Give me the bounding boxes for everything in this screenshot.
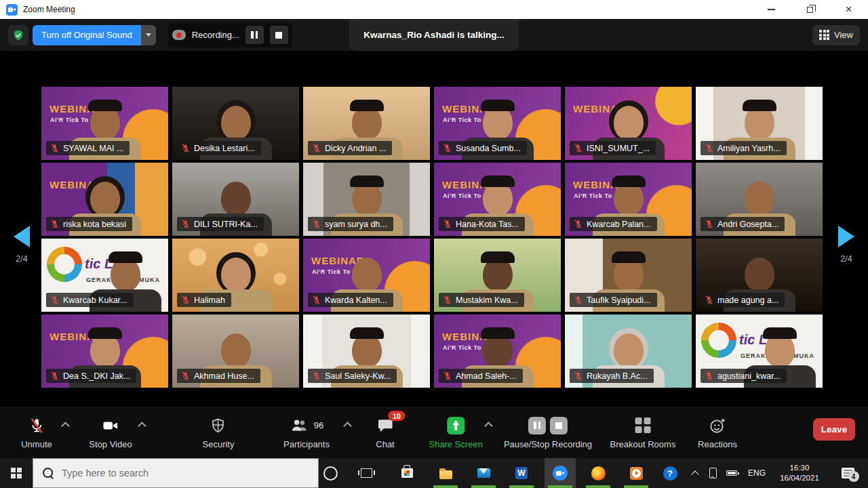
participant-name: Dicky Andrian ...	[325, 144, 386, 153]
tray-expand-button[interactable]	[686, 458, 704, 488]
participant-name: SYAWAL MAI ...	[63, 144, 123, 153]
file-explorer-button[interactable]	[430, 458, 461, 488]
participant-tile[interactable]: Dicky Andrian ...	[303, 87, 430, 160]
participant-nameplate: Hana-Kota Tas...	[439, 217, 525, 231]
pause-recording-icon[interactable]	[528, 417, 546, 434]
device-tray-button[interactable]	[704, 458, 722, 488]
original-sound-button[interactable]: Turn off Original Sound	[33, 25, 141, 45]
participant-tile[interactable]: syam surya dh...	[303, 163, 430, 236]
participant-nameplate: Kwarda Kalten...	[308, 293, 393, 307]
clock[interactable]: 16:30 16/04/2021	[772, 458, 827, 488]
participant-tile[interactable]: WEBINAR Ai'R Tick To Life Kwarda Kalten.…	[303, 239, 430, 312]
running-indicator	[433, 485, 458, 488]
next-page-control[interactable]: 2/4	[838, 226, 854, 264]
close-button[interactable]: ×	[829, 0, 868, 19]
pause-recording-button[interactable]	[245, 26, 264, 44]
unmute-options-chevron[interactable]	[61, 422, 70, 430]
participant-tile[interactable]: WEBINAR Dea S._DKI Jak...	[41, 314, 168, 388]
stop-icon	[275, 32, 282, 39]
participant-tile[interactable]: DILI SUTRI-Ka...	[172, 163, 299, 236]
participant-tile[interactable]: WEBINAR Ai'R Tick To Life Susanda Sumb..…	[434, 87, 561, 160]
battery-tray-button[interactable]	[722, 458, 742, 488]
media-player-button[interactable]	[620, 458, 652, 488]
participant-name: Halimah	[194, 296, 225, 305]
microsoft-store-button[interactable]	[391, 458, 422, 488]
taskbar-search[interactable]	[33, 458, 319, 488]
participant-tile[interactable]: Amiliyan Yasrh...	[696, 87, 823, 160]
participant-name: Saul Saleky-Kw...	[325, 371, 391, 381]
participant-tile[interactable]: made agung a...	[696, 239, 823, 312]
chat-button[interactable]: 10 Chat	[376, 416, 394, 449]
participant-tile[interactable]: Akhmad Huse...	[172, 314, 299, 388]
breakout-rooms-button[interactable]: Breakout Rooms	[610, 416, 676, 449]
participant-nameplate: Dicky Andrian ...	[308, 141, 392, 155]
participants-options-chevron[interactable]	[343, 422, 352, 430]
participant-tile[interactable]: WEBINAR riska kota bekasi	[41, 163, 168, 236]
participant-tile[interactable]: Halimah	[172, 239, 299, 312]
firefox-button[interactable]	[583, 458, 614, 488]
participant-name: DILI SUTRI-Ka...	[194, 220, 258, 229]
recording-icon	[172, 30, 186, 40]
firefox-icon	[591, 466, 606, 481]
participant-tile[interactable]: Desika Lestari...	[172, 87, 299, 160]
muted-mic-icon	[574, 371, 583, 381]
participant-tile[interactable]: Saul Saleky-Kw...	[303, 314, 430, 388]
participant-nameplate: made agung a...	[701, 293, 785, 307]
leave-button[interactable]: Leave	[813, 418, 855, 441]
participant-tile[interactable]: Mustakim Kwa...	[434, 239, 561, 312]
security-shield-icon	[210, 417, 226, 434]
minimize-button[interactable]	[752, 0, 791, 19]
participant-nameplate: Kwarcab Kukar...	[46, 293, 134, 307]
stop-recording-icon[interactable]	[550, 417, 568, 434]
close-icon: ×	[846, 3, 852, 15]
share-options-chevron[interactable]	[484, 422, 493, 430]
participant-nameplate: Desika Lestari...	[177, 141, 261, 155]
task-view-button[interactable]	[351, 458, 382, 488]
security-label: Security	[203, 439, 235, 449]
original-sound-dropdown[interactable]	[141, 25, 156, 45]
help-button[interactable]: ?	[654, 458, 686, 488]
mail-button[interactable]	[468, 458, 499, 488]
security-button[interactable]: Security	[203, 416, 235, 449]
participant-tile[interactable]: WEBINAR Ai'R Tick To Life SYAWAL MAI ...	[41, 87, 168, 160]
muted-mic-icon	[50, 219, 59, 229]
previous-page-arrow-icon[interactable]	[14, 226, 30, 247]
action-center-button[interactable]: 4	[833, 458, 863, 488]
participant-tile[interactable]: WEBINAR Ai'R Tick To Life Ahmad Saleh-..…	[434, 314, 561, 388]
restore-button[interactable]	[791, 0, 829, 19]
shield-check-icon	[12, 29, 24, 41]
zoom-taskbar-button[interactable]	[545, 458, 576, 488]
previous-page-control[interactable]: 2/4	[14, 226, 30, 264]
participant-tile[interactable]: tic Life GERAKAN PRAMUKA agustiani_kwar.…	[696, 314, 823, 388]
language-indicator[interactable]: ENG	[743, 458, 770, 488]
share-screen-button[interactable]: Share Screen	[429, 416, 483, 449]
participant-tile[interactable]: WEBINAR Ai'R Tick To Life Hana-Kota Tas.…	[434, 163, 561, 236]
participant-nameplate: Susanda Sumb...	[439, 141, 527, 155]
view-button[interactable]: View	[812, 25, 860, 45]
participant-tile[interactable]: Andri Gosepta...	[696, 163, 823, 236]
start-button[interactable]	[0, 458, 33, 488]
next-page-arrow-icon[interactable]	[838, 226, 854, 247]
muted-mic-icon	[312, 219, 321, 229]
participant-tile[interactable]: WEBINAR Ai'R Tick To Life Kwarcab Palan.…	[565, 163, 692, 236]
breakout-rooms-label: Breakout Rooms	[610, 439, 676, 449]
unmute-button[interactable]: Unmute	[21, 416, 52, 449]
participants-button[interactable]: 96 Participants	[283, 416, 330, 449]
participant-tile[interactable]: Taufik Syaipudi...	[565, 239, 692, 312]
stop-video-button[interactable]: Stop Video	[89, 416, 132, 449]
notification-icon: 4	[842, 468, 854, 479]
participant-tile[interactable]: Rukayah B.Ac...	[565, 314, 692, 388]
participant-nameplate: ISNI_SUMUT_...	[570, 141, 656, 155]
participant-tile[interactable]: tic Life GERAKAN PRAMUKA Kwarcab Kukar..…	[41, 239, 168, 312]
video-options-chevron[interactable]	[138, 422, 146, 430]
stop-recording-button[interactable]	[270, 26, 288, 44]
muted-mic-icon	[705, 371, 713, 381]
word-button[interactable]: W	[506, 458, 537, 488]
participant-tile[interactable]: WEBINAR ISNI_SUMUT_...	[565, 87, 692, 160]
search-input[interactable]	[62, 468, 292, 479]
pause-stop-recording-control[interactable]: Pause/Stop Recording	[504, 416, 592, 449]
muted-mic-icon	[705, 295, 713, 305]
cortana-button[interactable]	[315, 458, 346, 488]
reactions-button[interactable]: Reactions	[698, 416, 737, 449]
meeting-info-button[interactable]	[8, 25, 28, 45]
